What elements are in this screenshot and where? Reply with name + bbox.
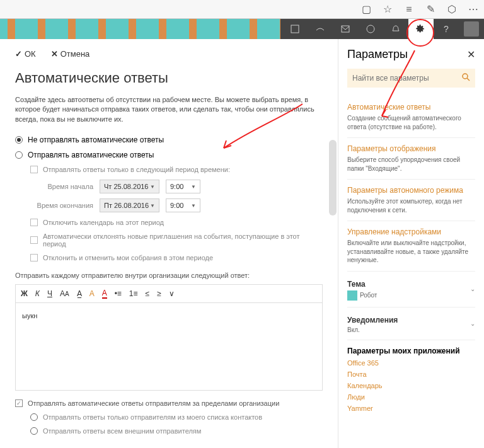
checkbox-period[interactable] [30,166,38,173]
editor-toolbar: Ж К Ч AA A̲ A A •≡ 1≡ ≤ ≥ ∨ [15,284,323,302]
browser-toolbar: ▢ ☆ ≡ ✎ ⬡ ⋯ [0,0,484,19]
theme-thumbnail-icon [347,290,357,301]
notifications-label: Уведомления [347,316,398,325]
page-description: Создайте здесь автоответы об отсутствии … [15,95,323,124]
svg-rect-0 [291,25,299,33]
settings-panel: Параметры ✕ Автоматические ответы Создан… [338,39,484,448]
theme-banner [0,19,280,39]
app-link-office365[interactable]: Office 365 [347,359,475,367]
share-icon[interactable]: ⬡ [446,4,458,15]
svg-line-4 [467,78,470,81]
highlight-button[interactable]: A [89,289,95,298]
my-apps-header: Параметры моих приложений [347,347,475,355]
page-title: Автоматические ответы [15,70,323,86]
setting-auto-replies-desc: Создание сообщений автоматического ответ… [347,114,475,131]
font-size-button[interactable]: AA [60,289,69,298]
app-link-people[interactable]: Люди [347,393,475,401]
checkbox-decline-new-label: Автоматически отклонять новые приглашени… [43,233,323,248]
end-label: Время окончания [30,202,93,209]
scrollbar[interactable] [329,140,337,215]
help-icon[interactable]: ? [434,19,459,39]
start-time-picker[interactable]: 9:00▼ [166,180,200,193]
font-family-button[interactable]: A̲ [77,289,82,298]
chevron-down-icon: ⌄ [470,285,475,292]
setting-offline[interactable]: Параметры автономного режима [347,186,475,195]
bold-button[interactable]: Ж [21,289,28,298]
app-header: ? [0,19,484,39]
radio-all-external-label: Отправлять ответы всем внешним отправите… [43,427,201,435]
chevron-down-icon: ▼ [150,203,155,209]
checkbox-cancel-meetings-label: Отклонить и отменить мои собрания в этом… [43,254,213,261]
settings-search[interactable] [347,69,475,88]
radio-send-label: Отправлять автоматические ответы [28,151,154,159]
app-link-calendar[interactable]: Календарь [347,382,475,389]
checkbox-external-senders[interactable] [15,399,23,407]
panel-title: Параметры [347,48,408,61]
close-icon: ✕ [51,49,58,59]
cancel-button[interactable]: ✕Отмена [51,49,90,59]
radio-contacts-only[interactable] [30,413,38,421]
theme-row[interactable]: Тема Робот ⌄ [347,272,475,307]
setting-display-desc: Выберите способ упорядочения своей папки… [347,156,475,173]
checkbox-period-label: Отправлять ответы только в следующий пер… [43,166,230,173]
app-link-yammer[interactable]: Yammer [347,405,475,412]
outdent-button[interactable]: ≤ [146,289,150,298]
radio-send[interactable] [15,151,23,159]
bullet-list-button[interactable]: •≡ [115,289,122,298]
setting-offline-desc: Используйте этот компьютер, когда нет по… [347,197,475,214]
chevron-down-icon: ⌄ [470,320,475,327]
end-date-picker[interactable]: Пт 26.08.2016▼ [100,198,159,212]
setting-display[interactable]: Параметры отображения [347,144,475,153]
more-icon[interactable]: ⋯ [468,4,479,15]
annotate-icon[interactable]: ✎ [425,4,436,15]
internal-reply-label: Отправить каждому отправителю внутри орг… [15,272,323,279]
app-link-mail[interactable]: Почта [347,370,475,378]
number-list-button[interactable]: 1≡ [129,289,138,298]
reading-view-icon[interactable]: ▢ [360,4,372,15]
app-launcher-icons: ? [282,19,484,39]
start-date-picker[interactable]: Чт 25.08.2016▼ [100,180,159,193]
app-icon-skype[interactable] [358,19,383,39]
font-color-button[interactable]: A [102,289,107,299]
checkbox-external-senders-label: Отправлять автоматические ответы отправи… [28,399,279,407]
app-icon-outlook[interactable] [333,19,358,39]
automatic-replies-pane: ✓ОК ✕Отмена Автоматические ответы Создай… [0,39,338,448]
checkbox-cancel-meetings[interactable] [30,254,38,261]
checkbox-decline-new[interactable] [30,236,38,244]
hub-icon[interactable]: ≡ [403,4,415,15]
bell-icon[interactable] [383,19,408,39]
profile-avatar[interactable] [459,19,484,39]
search-icon[interactable] [461,72,470,84]
radio-contacts-only-label: Отправлять ответы только отправителям из… [43,413,262,421]
notifications-value: Вкл. [347,326,398,333]
theme-label: Тема [347,280,366,289]
setting-addins-desc: Включайте или выключайте надстройки, уст… [347,239,475,265]
setting-addins[interactable]: Управление надстройками [347,227,475,236]
radio-all-external[interactable] [30,427,38,435]
italic-button[interactable]: К [35,289,40,298]
setting-auto-replies[interactable]: Автоматические ответы [347,103,475,112]
checkbox-block-calendar-label: Отключить календарь на этот период [43,219,164,226]
notifications-row[interactable]: Уведомления Вкл. ⌄ [347,307,475,340]
indent-button[interactable]: ≥ [157,289,161,298]
toolbar-more-button[interactable]: ∨ [169,289,175,298]
search-input[interactable] [352,74,461,83]
checkbox-block-calendar[interactable] [30,219,38,226]
svg-point-3 [463,74,468,79]
app-icon-1[interactable] [282,19,308,39]
radio-dont-send[interactable] [15,136,23,144]
underline-button[interactable]: Ч [47,289,52,298]
internal-reply-editor[interactable]: ыукн [15,302,323,391]
favorite-icon[interactable]: ☆ [382,4,393,15]
check-icon: ✓ [15,49,22,59]
svg-point-2 [367,25,374,33]
chevron-down-icon: ▼ [191,203,196,209]
theme-value: Робот [360,291,377,298]
end-time-picker[interactable]: 9:00▼ [166,198,200,212]
chevron-down-icon: ▼ [150,184,155,190]
ok-button[interactable]: ✓ОК [15,49,36,59]
close-panel-button[interactable]: ✕ [467,49,475,60]
radio-dont-send-label: Не отправлять автоматические ответы [28,135,164,144]
app-icon-2[interactable] [308,19,333,39]
gear-icon[interactable] [408,19,434,39]
